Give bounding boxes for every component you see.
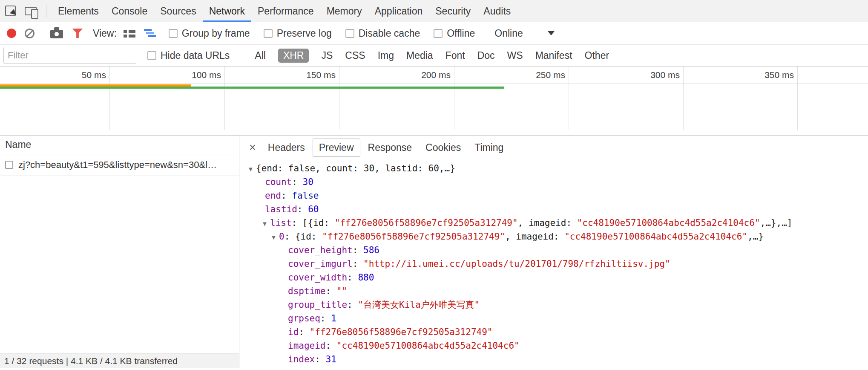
json-token-plain: : {id: <box>285 231 322 242</box>
json-token-key: imageid <box>288 341 326 351</box>
tree-line[interactable]: id: "ff276e8056f58896e7cf92505a312749" <box>240 325 868 339</box>
tree-line[interactable]: ▼{end: false, count: 30, lastid: 60,…} <box>240 162 868 175</box>
tree-line[interactable]: ▼list: [{id: "ff276e8056f58896e7cf92505a… <box>240 216 868 230</box>
json-token-key: grpseq <box>288 313 320 324</box>
tab-audits[interactable]: Audits <box>477 0 517 22</box>
request-row[interactable]: zj?ch=beauty&t1=595&listtype=new&sn=30&l… <box>0 154 239 176</box>
large-request-rows-icon[interactable] <box>124 29 135 38</box>
resource-type-filters: All XHR JS CSS Img Media Font Doc WS Man… <box>255 49 609 63</box>
tree-line[interactable]: ▼0: {id: "ff276e8056f58896e7cf92505a3127… <box>240 230 868 243</box>
tab-network[interactable]: Network <box>203 0 251 22</box>
tab-application[interactable]: Application <box>368 0 429 22</box>
json-token-plain: : <box>326 286 336 296</box>
checkbox-label: Group by frame <box>182 28 250 39</box>
gridline: 200 ms <box>454 66 454 130</box>
group-by-frame-checkbox[interactable]: Group by frame <box>169 28 250 39</box>
json-token-num: 880 <box>358 272 374 283</box>
tab-response[interactable]: Response <box>362 139 418 156</box>
filter-type-other[interactable]: Other <box>585 50 609 61</box>
tab-elements[interactable]: Elements <box>52 0 105 22</box>
checkbox-icon[interactable] <box>147 51 156 60</box>
disclosure-triangle-icon[interactable]: ▼ <box>270 231 279 243</box>
hide-data-urls-checkbox[interactable]: Hide data URLs <box>147 50 230 61</box>
tab-headers[interactable]: Headers <box>262 139 311 156</box>
tree-line[interactable]: end: false <box>240 189 868 202</box>
tab-sources[interactable]: Sources <box>154 0 202 22</box>
filter-type-doc[interactable]: Doc <box>477 50 495 61</box>
tree-line[interactable]: dsptime: "" <box>240 284 868 298</box>
json-token-key: end <box>265 191 281 201</box>
filter-type-css[interactable]: CSS <box>345 50 365 61</box>
chevron-down-icon[interactable] <box>548 31 555 35</box>
filter-type-all[interactable]: All <box>255 50 266 61</box>
tree-line[interactable]: grpseq: 1 <box>240 312 868 325</box>
checkbox-icon[interactable] <box>264 29 273 38</box>
filter-type-img[interactable]: Img <box>378 50 394 61</box>
tree-line[interactable]: lastid: 60 <box>240 202 868 216</box>
record-button[interactable] <box>7 29 16 38</box>
json-token-plain: : <box>353 245 363 255</box>
json-token-plain: : <box>353 259 363 269</box>
name-column-header[interactable]: Name <box>0 136 239 154</box>
detail-tabs: × Headers Preview Response Cookies Timin… <box>240 136 868 160</box>
json-token-key: group_title <box>288 300 347 310</box>
capture-screenshots-button[interactable] <box>50 30 63 38</box>
tab-memory[interactable]: Memory <box>320 0 368 22</box>
clear-button[interactable] <box>25 29 34 38</box>
json-token-key: cover_width <box>288 272 347 283</box>
requests-panel: Name zj?ch=beauty&t1=595&listtype=new&sn… <box>0 136 239 368</box>
request-name[interactable]: zj?ch=beauty&t1=595&listtype=new&sn=30&l… <box>18 159 217 171</box>
inspect-element-button[interactable] <box>0 0 20 22</box>
gridline: 100 ms <box>224 66 225 130</box>
filter-input[interactable] <box>3 48 136 64</box>
filter-type-media[interactable]: Media <box>406 50 433 61</box>
requests-summary: 1 / 32 requests | 4.1 KB / 4.1 KB transf… <box>4 356 178 366</box>
filter-type-ws[interactable]: WS <box>507 50 523 61</box>
json-token-str: "ff276e8056f58896e7cf92505a312749" <box>322 231 505 242</box>
network-overview-timeline[interactable]: 50 ms 100 ms 150 ms 200 ms 250 ms 300 ms… <box>0 66 868 136</box>
tab-security[interactable]: Security <box>429 0 477 22</box>
gridline: 300 ms <box>683 66 684 130</box>
tree-line[interactable]: cover_width: 880 <box>240 271 868 284</box>
filter-type-js[interactable]: JS <box>321 50 333 61</box>
checkbox-label: Offline <box>447 28 475 39</box>
tick-label: 350 ms <box>765 70 794 80</box>
throttling-select[interactable]: Online <box>494 28 523 39</box>
filter-type-manifest[interactable]: Manifest <box>535 50 572 61</box>
json-token-key: 0 <box>279 231 285 242</box>
device-toolbar-button[interactable] <box>20 0 41 22</box>
close-icon[interactable]: × <box>244 142 261 153</box>
tab-cookies[interactable]: Cookies <box>420 139 467 156</box>
tree-line[interactable]: count: 30 <box>240 175 868 189</box>
checkbox-label: Preserve log <box>277 28 332 39</box>
tick-label: 150 ms <box>306 70 336 80</box>
checkbox-icon[interactable] <box>345 29 354 38</box>
overview-waterfall-icon[interactable] <box>144 29 158 38</box>
tree-line[interactable]: imageid: "cc48190e57100864abc4d55a2c4104… <box>240 339 868 353</box>
request-type-icon <box>5 161 13 169</box>
gridline: 350 ms <box>797 66 798 130</box>
filter-type-font[interactable]: Font <box>445 50 465 61</box>
tree-line[interactable]: index: 31 <box>240 353 868 366</box>
tree-line[interactable]: cover_height: 586 <box>240 243 868 257</box>
filter-type-xhr[interactable]: XHR <box>278 49 309 63</box>
json-token-key: dsptime <box>288 286 326 296</box>
tab-timing[interactable]: Timing <box>468 139 509 156</box>
tab-console[interactable]: Console <box>105 0 154 22</box>
disclosure-triangle-icon[interactable]: ▼ <box>262 217 270 230</box>
checkbox-icon[interactable] <box>169 29 178 38</box>
preview-tree: ▼{end: false, count: 30, lastid: 60,…}co… <box>240 160 868 366</box>
disable-cache-checkbox[interactable]: Disable cache <box>345 28 420 39</box>
tree-line[interactable]: cover_imgurl: "http://i1.umei.cc/uploads… <box>240 257 868 271</box>
tree-line[interactable]: group_title: "台湾美女Kila户外唯美写真" <box>240 298 868 312</box>
tab-preview[interactable]: Preview <box>313 139 360 157</box>
tab-performance[interactable]: Performance <box>251 0 320 22</box>
checkbox-icon[interactable] <box>434 29 443 38</box>
offline-checkbox[interactable]: Offline <box>434 28 475 39</box>
filter-toggle-button[interactable] <box>72 29 83 38</box>
disclosure-triangle-icon[interactable]: ▼ <box>247 162 256 175</box>
json-token-plain: : [{id: <box>292 218 335 228</box>
filter-bar: Hide data URLs All XHR JS CSS Img Media … <box>0 45 868 66</box>
json-token-num: 30 <box>303 177 313 187</box>
preserve-log-checkbox[interactable]: Preserve log <box>264 28 332 39</box>
